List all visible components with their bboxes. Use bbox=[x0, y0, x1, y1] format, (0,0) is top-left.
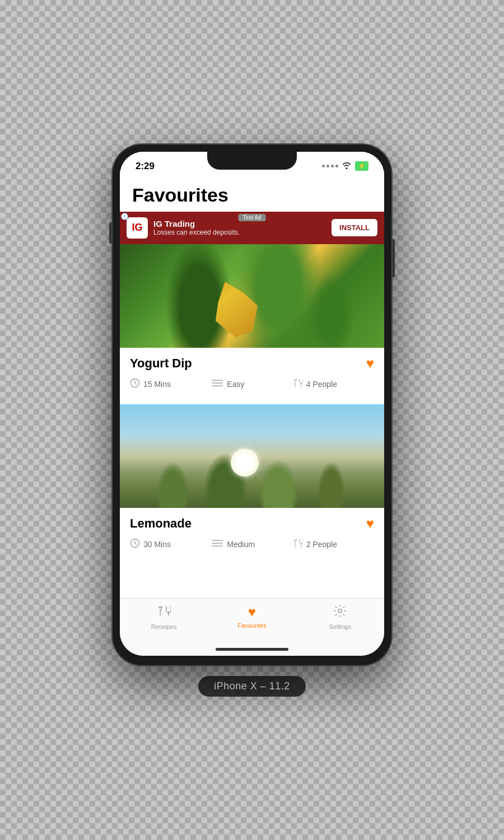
wifi-icon bbox=[342, 161, 352, 171]
page-title: Favourites bbox=[120, 176, 384, 212]
difficulty-icon-yogurt bbox=[211, 379, 223, 390]
signal-dots bbox=[322, 165, 338, 167]
svg-rect-12 bbox=[214, 543, 221, 544]
home-bar bbox=[216, 648, 288, 651]
ad-subtitle: Losses can exceed deposits. bbox=[153, 228, 326, 236]
ad-test-badge: Test Ad bbox=[239, 214, 266, 221]
recipe-servings-lemonade: 2 People bbox=[293, 538, 374, 551]
recipe-name-yogurt-dip: Yogurt Dip bbox=[130, 356, 192, 371]
recipe-difficulty-text-lemonade: Medium bbox=[227, 540, 255, 549]
phone-wrapper: 2:29 bbox=[106, 144, 398, 697]
recipe-info-lemonade: Lemonade ♥ 30 M bbox=[120, 508, 384, 563]
ad-text: Test Ad IG Trading Losses can exceed dep… bbox=[153, 219, 326, 236]
recipe-servings-text-lemonade: 2 People bbox=[306, 540, 337, 549]
empty-space bbox=[120, 564, 384, 598]
signal-dot-4 bbox=[335, 165, 338, 167]
recipe-difficulty-text-yogurt: Easy bbox=[227, 380, 244, 389]
recipe-name-row-lemonade: Lemonade ♥ bbox=[130, 516, 374, 531]
servings-icon-yogurt bbox=[293, 378, 303, 391]
recipe-info-yogurt-dip: Yogurt Dip ♥ 15 bbox=[120, 348, 384, 403]
favourite-button-yogurt-dip[interactable]: ♥ bbox=[366, 356, 374, 371]
svg-rect-13 bbox=[214, 545, 221, 547]
recipe-card-yogurt-dip[interactable]: Yogurt Dip ♥ 15 bbox=[120, 244, 384, 403]
tab-favourites[interactable]: ♥ Favourites bbox=[208, 604, 296, 630]
status-time: 2:29 bbox=[136, 161, 155, 172]
tab-receipes[interactable]: Receipes bbox=[120, 604, 208, 630]
home-indicator bbox=[120, 643, 384, 656]
receipes-tab-icon bbox=[157, 604, 171, 621]
device-label: iPhone X – 11.2 bbox=[198, 676, 306, 697]
svg-point-14 bbox=[338, 609, 342, 613]
favourites-tab-icon: ♥ bbox=[248, 604, 256, 620]
clock-icon-yogurt bbox=[130, 378, 140, 391]
svg-rect-5 bbox=[214, 382, 221, 384]
tab-settings[interactable]: Settings bbox=[296, 604, 384, 630]
recipe-image-yogurt-dip bbox=[120, 244, 384, 348]
difficulty-icon-lemonade bbox=[211, 539, 223, 550]
favourites-tab-label: Favourites bbox=[237, 622, 266, 629]
signal-dot-2 bbox=[326, 165, 329, 167]
recipe-servings-text-yogurt: 4 People bbox=[306, 380, 337, 389]
phone-frame: 2:29 bbox=[112, 144, 392, 666]
status-icons: ⚡ bbox=[322, 161, 368, 171]
recipe-meta-yogurt-dip: 15 Mins bbox=[130, 378, 374, 399]
clock-icon-lemonade bbox=[130, 538, 140, 551]
recipe-time-text-lemonade: 30 Mins bbox=[143, 540, 171, 549]
receipes-tab-label: Receipes bbox=[151, 623, 177, 630]
recipe-name-row-yogurt: Yogurt Dip ♥ bbox=[130, 356, 374, 371]
recipe-servings-yogurt: 4 People bbox=[293, 378, 374, 391]
signal-dot-3 bbox=[331, 165, 334, 167]
recipe-time-lemonade: 30 Mins bbox=[130, 538, 211, 551]
recipe-image-lemonade bbox=[120, 404, 384, 508]
signal-dot-1 bbox=[322, 165, 325, 167]
servings-icon-lemonade bbox=[293, 538, 303, 551]
settings-tab-icon bbox=[333, 604, 347, 621]
svg-rect-4 bbox=[214, 380, 221, 381]
svg-rect-6 bbox=[214, 385, 221, 386]
ad-install-button[interactable]: INSTALL bbox=[332, 219, 377, 236]
recipe-card-lemonade[interactable]: Lemonade ♥ 30 M bbox=[120, 404, 384, 563]
recipe-time-yogurt: 15 Mins bbox=[130, 378, 211, 391]
tab-bar: Receipes ♥ Favourites Settings bbox=[120, 598, 384, 643]
recipe-time-text-yogurt: 15 Mins bbox=[143, 380, 171, 389]
recipe-difficulty-lemonade: Medium bbox=[211, 539, 292, 550]
recipe-meta-lemonade: 30 Mins bbox=[130, 538, 374, 559]
ad-info-badge: i bbox=[121, 213, 128, 220]
recipe-name-lemonade: Lemonade bbox=[130, 516, 192, 531]
ad-logo: IG bbox=[127, 217, 148, 239]
scroll-area: Yogurt Dip ♥ 15 bbox=[120, 244, 384, 598]
notch bbox=[207, 152, 297, 170]
ad-banner: i IG Test Ad IG Trading Losses can excee… bbox=[120, 212, 384, 244]
recipe-difficulty-yogurt: Easy bbox=[211, 379, 292, 390]
favourite-button-lemonade[interactable]: ♥ bbox=[366, 516, 374, 531]
svg-rect-11 bbox=[214, 540, 221, 541]
phone-screen: 2:29 bbox=[120, 152, 384, 656]
settings-tab-label: Settings bbox=[329, 623, 351, 630]
battery-icon: ⚡ bbox=[355, 161, 368, 171]
